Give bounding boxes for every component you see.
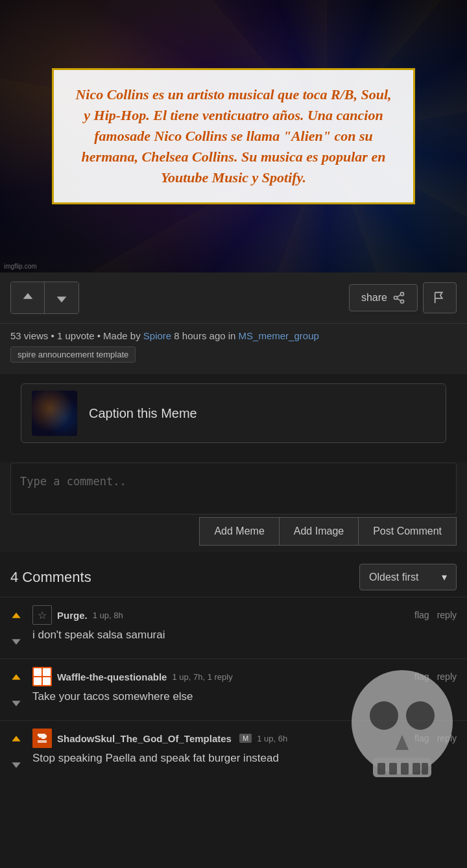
user-avatar: ☆	[32, 605, 52, 625]
flag-comment-button[interactable]: flag	[414, 610, 429, 620]
comment-meta: 1 up, 7h, 1 reply	[172, 672, 232, 682]
comment-item: Waffle-the-questionable 1 up, 7h, 1 repl…	[0, 658, 467, 720]
post-time: 8 hours ago in	[174, 330, 235, 341]
comments-header: 4 Comments Oldest first ▾	[0, 552, 467, 597]
tag-row: spire announcement template	[10, 346, 457, 370]
comment-vote-col	[0, 729, 32, 774]
flag-button[interactable]	[423, 282, 457, 313]
user-avatar	[32, 729, 52, 748]
meme-text: Nico Collins es un artisto musical que t…	[73, 84, 394, 187]
comment-text: i don't speak salsa samurai	[32, 627, 457, 643]
top-image: Nico Collins es un artisto musical que t…	[0, 0, 467, 272]
group-link[interactable]: MS_memer_group	[239, 330, 319, 341]
mod-badge: M	[239, 734, 252, 743]
share-icon	[392, 291, 405, 304]
action-bar: share	[0, 272, 467, 324]
comment-body: ☆ Purge. 1 up, 8h flag reply i don't spe…	[32, 605, 457, 651]
downvote-button[interactable]	[45, 282, 78, 313]
comment-text: Take your tacos somewhere else	[32, 689, 457, 705]
right-action-group: share	[349, 282, 457, 313]
comment-body: ShadowSkul_The_God_Of_Templates M 1 up, …	[32, 729, 457, 774]
add-image-button[interactable]: Add Image	[279, 517, 358, 546]
comment-header-row: ☆ Purge. 1 up, 8h flag reply	[32, 605, 457, 625]
comment-downvote-icon	[10, 695, 23, 708]
comments-count: 4 Comments	[10, 569, 91, 586]
flag-icon	[433, 291, 447, 305]
comment-user-info: Waffle-the-questionable 1 up, 7h, 1 repl…	[32, 667, 233, 686]
comment-username[interactable]: Purge.	[57, 610, 88, 621]
reply-comment-button[interactable]: reply	[437, 733, 457, 743]
meta-info: 53 views • 1 upvote • Made by Spiore 8 h…	[10, 330, 457, 341]
comment-upvote-icon	[10, 610, 23, 623]
comment-upvote-icon	[10, 672, 23, 685]
comment-username[interactable]: Waffle-the-questionable	[57, 671, 167, 682]
svg-line-3	[397, 295, 400, 296]
comment-item: ShadowSkul_The_God_Of_Templates M 1 up, …	[0, 720, 467, 782]
comment-user-info: ☆ Purge. 1 up, 8h	[32, 605, 123, 625]
svg-point-1	[401, 300, 404, 303]
comment-actions: flag reply	[414, 733, 457, 743]
user-avatar	[32, 667, 52, 686]
caption-banner[interactable]: Caption this Meme	[21, 383, 446, 443]
comment-text: Stop speaking Paella and speak fat burge…	[32, 751, 457, 766]
vote-buttons	[10, 282, 79, 314]
watermark: imgflip.com	[4, 263, 37, 270]
comment-action-row: Add Meme Add Image Post Comment	[10, 517, 457, 552]
comment-downvote-button[interactable]	[6, 630, 27, 651]
chevron-down-icon: ▾	[442, 571, 447, 583]
comment-downvote-icon	[10, 634, 23, 647]
upvote-icon	[21, 291, 35, 305]
flag-comment-button[interactable]: flag	[414, 671, 429, 682]
comment-downvote-button[interactable]	[6, 692, 27, 712]
reply-comment-button[interactable]: reply	[437, 610, 457, 620]
comment-header-row: ShadowSkul_The_God_Of_Templates M 1 up, …	[32, 729, 457, 748]
downvote-icon	[54, 291, 69, 305]
share-button[interactable]: share	[349, 284, 418, 311]
comment-meta: 1 up, 8h	[93, 610, 123, 620]
upvote-button[interactable]	[11, 282, 45, 313]
comment-downvote-button[interactable]	[6, 753, 27, 774]
caption-title: Caption this Meme	[89, 406, 197, 421]
shadow-avatar-icon	[32, 729, 52, 748]
reply-comment-button[interactable]: reply	[437, 671, 457, 682]
comment-header-row: Waffle-the-questionable 1 up, 7h, 1 repl…	[32, 667, 457, 686]
svg-line-4	[397, 298, 400, 300]
made-by-label: Made by	[103, 330, 141, 341]
comment-body: Waffle-the-questionable 1 up, 7h, 1 repl…	[32, 667, 457, 712]
comment-vote-col	[0, 605, 32, 651]
sort-dropdown[interactable]: Oldest first ▾	[359, 564, 457, 590]
template-tag[interactable]: spire announcement template	[10, 346, 136, 363]
add-meme-button[interactable]: Add Meme	[199, 517, 278, 546]
comment-vote-col	[0, 667, 32, 712]
comment-meta: 1 up, 6h	[257, 734, 287, 743]
comment-upvote-button[interactable]	[6, 668, 27, 689]
comment-actions: flag reply	[414, 610, 457, 620]
comment-actions: flag reply	[414, 671, 457, 682]
sort-label: Oldest first	[369, 572, 418, 583]
svg-point-2	[394, 296, 398, 300]
comment-user-info: ShadowSkul_The_God_Of_Templates M 1 up, …	[32, 729, 287, 748]
comment-downvote-icon	[10, 757, 23, 770]
comment-upvote-button[interactable]	[6, 607, 27, 627]
svg-point-0	[401, 293, 404, 296]
comment-textarea[interactable]	[10, 463, 457, 514]
flag-comment-button[interactable]: flag	[414, 733, 429, 743]
upvotes-count: 1 upvote	[57, 330, 95, 341]
share-label: share	[361, 292, 387, 304]
meme-text-box: Nico Collins es un artisto musical que t…	[52, 68, 415, 204]
author-username[interactable]: Spiore	[143, 330, 171, 341]
comment-item: ☆ Purge. 1 up, 8h flag reply i don't spe…	[0, 597, 467, 658]
comment-upvote-icon	[10, 734, 23, 747]
caption-thumbnail	[32, 391, 77, 436]
views-count: 53 views	[10, 330, 48, 341]
comment-username[interactable]: ShadowSkul_The_God_Of_Templates	[57, 733, 232, 744]
comment-input-section: Add Meme Add Image Post Comment	[0, 463, 467, 552]
comment-upvote-button[interactable]	[6, 730, 27, 751]
meta-bar: 53 views • 1 upvote • Made by Spiore 8 h…	[0, 324, 467, 374]
post-comment-button[interactable]: Post Comment	[358, 517, 457, 546]
